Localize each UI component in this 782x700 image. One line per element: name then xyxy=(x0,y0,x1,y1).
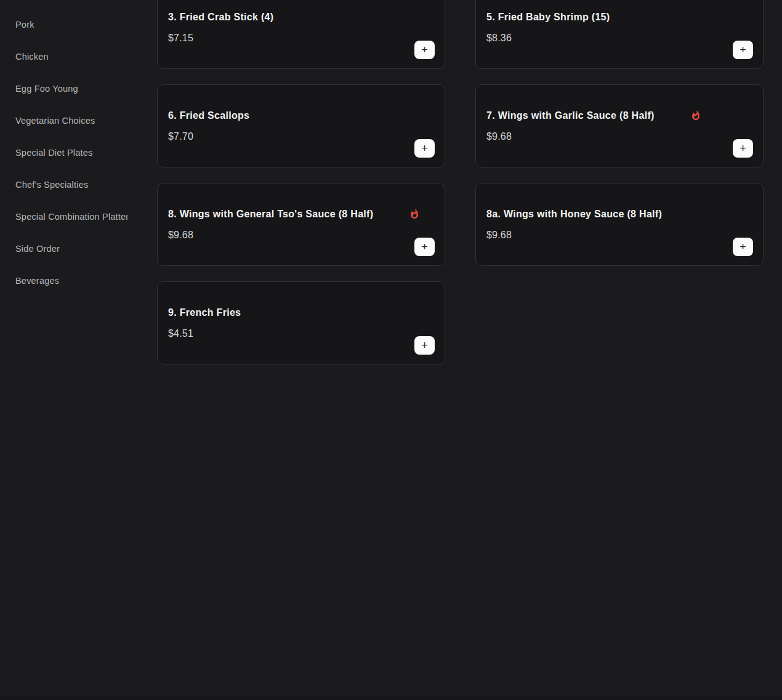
sidebar-item-label: Special Diet Plates xyxy=(15,148,93,158)
menu-item-price: $9.68 xyxy=(486,129,752,144)
menu-item-card: 8. Wings with General Tso's Sauce (8 Hal… xyxy=(157,183,445,266)
add-item-button[interactable]: + xyxy=(733,41,753,59)
sidebar-item-special-combination-platters[interactable]: Special Combination Platters xyxy=(0,201,143,233)
sidebar-item-vegetarian-choices[interactable]: Vegetarian Choices xyxy=(0,105,143,137)
menu-item-name: 6. Fried Scallops xyxy=(168,108,249,123)
sidebar-item-chicken[interactable]: Chicken xyxy=(0,41,143,73)
menu-item-price: $9.68 xyxy=(486,228,752,243)
sidebar-item-label: Vegetarian Choices xyxy=(15,116,95,126)
menu-item-name: 8a. Wings with Honey Sauce (8 Half) xyxy=(486,207,662,222)
menu-item-name: 3. Fried Crab Stick (4) xyxy=(168,10,273,25)
sidebar-item-pork[interactable]: Pork xyxy=(0,9,143,41)
menu-item-name: 8. Wings with General Tso's Sauce (8 Hal… xyxy=(168,207,373,222)
menu-item-card: 7. Wings with Garlic Sauce (8 Half) $9.6… xyxy=(475,84,764,167)
sidebar-item-label: Pork xyxy=(15,20,34,30)
menu-item-card: 5. Fried Baby Shrimp (15) $8.36 + xyxy=(475,0,764,69)
menu-item-price: $7.70 xyxy=(168,129,434,144)
menu-item-card: 6. Fried Scallops $7.70 + xyxy=(157,84,445,167)
menu-item-price: $9.68 xyxy=(168,228,434,243)
menu-item-name: 5. Fried Baby Shrimp (15) xyxy=(486,10,610,25)
footer-divider xyxy=(0,696,782,700)
menu-item-price: $7.15 xyxy=(168,31,434,46)
spicy-flame-icon xyxy=(690,110,701,121)
sidebar-item-beverages[interactable]: Beverages xyxy=(0,265,143,297)
sidebar-item-special-diet-plates[interactable]: Special Diet Plates xyxy=(0,137,143,169)
sidebar-item-label: Beverages xyxy=(15,276,59,286)
menu-item-name: 7. Wings with Garlic Sauce (8 Half) xyxy=(486,108,655,123)
menu-item-card: 8a. Wings with Honey Sauce (8 Half) $9.6… xyxy=(475,183,764,266)
category-sidebar: Pork Chicken Egg Foo Young Vegetarian Ch… xyxy=(0,0,143,700)
menu-item-card: 9. French Fries $4.51 + xyxy=(157,281,445,364)
sidebar-item-label: Chicken xyxy=(15,52,49,62)
sidebar-item-egg-foo-young[interactable]: Egg Foo Young xyxy=(0,73,143,105)
menu-grid: 3. Fried Crab Stick (4) $7.15 + 5. Fried… xyxy=(157,0,764,364)
add-item-button[interactable]: + xyxy=(414,238,435,256)
sidebar-item-label: Side Order xyxy=(15,244,60,254)
menu-item-card: 3. Fried Crab Stick (4) $7.15 + xyxy=(157,0,445,69)
add-item-button[interactable]: + xyxy=(414,139,435,158)
menu-item-name: 9. French Fries xyxy=(168,305,241,320)
spicy-flame-icon xyxy=(409,208,420,220)
add-item-button[interactable]: + xyxy=(414,336,435,355)
add-item-button[interactable]: + xyxy=(414,41,435,59)
sidebar-item-label: Egg Foo Young xyxy=(15,84,78,94)
add-item-button[interactable]: + xyxy=(733,139,753,158)
menu-item-price: $4.51 xyxy=(168,326,434,341)
add-item-button[interactable]: + xyxy=(733,238,753,256)
sidebar-item-chefs-specialties[interactable]: Chef's Specialties xyxy=(0,169,143,201)
menu-page: Pork Chicken Egg Foo Young Vegetarian Ch… xyxy=(0,0,782,700)
sidebar-item-label: Special Combination Platters xyxy=(15,212,127,222)
sidebar-item-side-order[interactable]: Side Order xyxy=(0,233,143,265)
menu-item-price: $8.36 xyxy=(486,31,752,46)
sidebar-item-label: Chef's Specialties xyxy=(15,180,88,190)
